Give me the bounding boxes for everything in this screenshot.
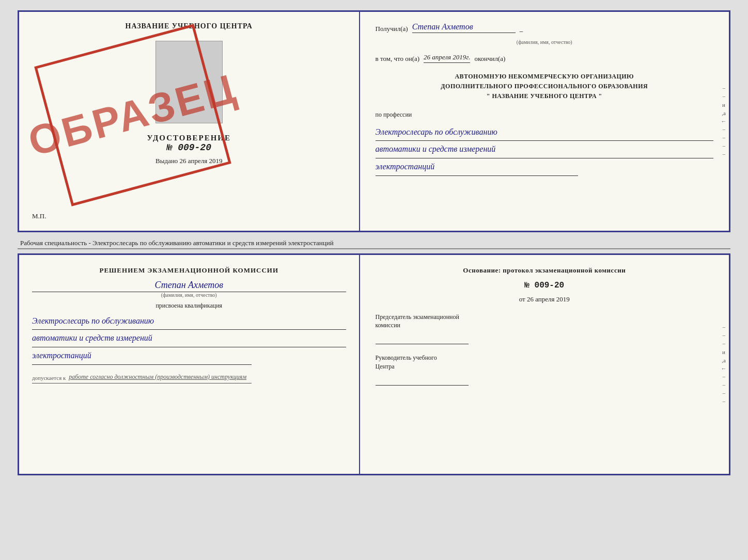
profession-line2: автоматики и средств измерений	[376, 142, 713, 158]
chairman-title: Председатель экзаменационной комиссии	[376, 313, 713, 330]
received-label: Получил(а)	[376, 25, 408, 33]
cert-bottom-right: Основание: протокол экзаменационной коми…	[360, 255, 729, 474]
org-name-top: НАЗВАНИЕ УЧЕБНОГО ЦЕНТРА	[126, 22, 253, 30]
qual-line1: Электрослесарь по обслуживанию	[32, 314, 346, 330]
bottom-name: Степан Ахметов	[32, 280, 346, 292]
decision-text: Решением экзаменационной комиссии	[32, 265, 346, 276]
in-that-label: в том, что он(а)	[376, 55, 420, 63]
issued-date: 26 апреля 2019	[180, 157, 223, 165]
profession-line1: Электрослесарь по обслуживанию	[376, 125, 713, 141]
received-line: Получил(а) Степан Ахметов _	[376, 22, 713, 33]
chairman-signature-line	[376, 334, 469, 344]
received-name: Степан Ахметов	[412, 22, 516, 33]
assigned-label: присвоена квалификация	[32, 302, 346, 310]
bottom-name-subtext: (фамилия, имя, отчество)	[32, 292, 346, 298]
protocol-date: от 26 апреля 2019	[376, 295, 713, 303]
side-decoration-bottom: − − − и ,а ← − − − −	[719, 255, 729, 474]
chairman-line1: Председатель экзаменационной	[376, 313, 459, 321]
qual-line3: электростанций	[32, 348, 252, 365]
chairman-block: Председатель экзаменационной комиссии	[376, 313, 713, 345]
admitted-label: допускается к	[32, 375, 66, 381]
head-line1: Руководитель учебного	[376, 354, 437, 361]
head-title: Руководитель учебного Центра	[376, 354, 713, 371]
in-that-date: 26 апреля 2019г.	[424, 53, 470, 63]
org-line3: " НАЗВАНИЕ УЧЕБНОГО ЦЕНТРА "	[376, 91, 713, 101]
date-block: в том, что он(а) 26 апреля 2019г. окончи…	[376, 53, 713, 63]
cert-bottom: Решением экзаменационной комиссии Степан…	[18, 253, 730, 475]
head-signature-line	[376, 375, 469, 386]
head-block: Руководитель учебного Центра	[376, 354, 713, 386]
specialty-text: Рабочая специальность - Электрослесарь п…	[18, 236, 730, 249]
cert-top: НАЗВАНИЕ УЧЕБНОГО ЦЕНТРА УДОСТОВЕРЕНИЕ №…	[18, 10, 730, 232]
admitted-underline	[32, 383, 252, 383]
photo-placeholder	[155, 41, 223, 123]
profession-line3: электростанций	[376, 159, 579, 176]
org-line1: АВТОНОМНУЮ НЕКОММЕРЧЕСКУЮ ОРГАНИЗАЦИЮ	[376, 72, 713, 82]
cert-top-left: НАЗВАНИЕ УЧЕБНОГО ЦЕНТРА УДОСТОВЕРЕНИЕ №…	[19, 12, 360, 231]
issued-label: Выдано	[155, 157, 178, 165]
cert-bottom-left: Решением экзаменационной комиссии Степан…	[19, 255, 360, 474]
cert-title-block: УДОСТОВЕРЕНИЕ № 009-20	[147, 134, 231, 153]
protocol-date-prefix: от	[519, 295, 525, 303]
cert-title: УДОСТОВЕРЕНИЕ	[147, 134, 231, 142]
admitted-block: допускается к работе согласно должностны…	[32, 373, 346, 383]
cert-number: № 009-20	[147, 142, 231, 153]
cert-top-right: Получил(а) Степан Ахметов _ (фамилия, им…	[360, 12, 729, 231]
cert-mp: М.П.	[32, 212, 46, 220]
cert-issued-line: Выдано 26 апреля 2019	[155, 157, 222, 165]
profession-label: по профессии	[376, 111, 713, 119]
received-subtext: (фамилия, имя, отчество)	[376, 39, 713, 45]
org-block: АВТОНОМНУЮ НЕКОММЕРЧЕСКУЮ ОРГАНИЗАЦИЮ ДО…	[376, 72, 713, 102]
head-line2: Центра	[376, 363, 395, 370]
chairman-line2: комиссии	[376, 322, 401, 329]
side-decoration-top: − − и ,а ← − − − −	[719, 12, 729, 231]
finished-label: окончил(а)	[474, 55, 505, 63]
qual-line2: автоматики и средств измерений	[32, 331, 346, 347]
foundation-label: Основание: протокол экзаменационной коми…	[376, 265, 713, 276]
admitted-value: работе согласно должностным (производств…	[69, 373, 246, 381]
protocol-date-value: 26 апреля 2019	[527, 295, 570, 303]
protocol-number: № 009-20	[376, 281, 713, 290]
document-wrapper: НАЗВАНИЕ УЧЕБНОГО ЦЕНТРА УДОСТОВЕРЕНИЕ №…	[18, 10, 730, 475]
org-line2: ДОПОЛНИТЕЛЬНОГО ПРОФЕССИОНАЛЬНОГО ОБРАЗО…	[376, 82, 713, 91]
